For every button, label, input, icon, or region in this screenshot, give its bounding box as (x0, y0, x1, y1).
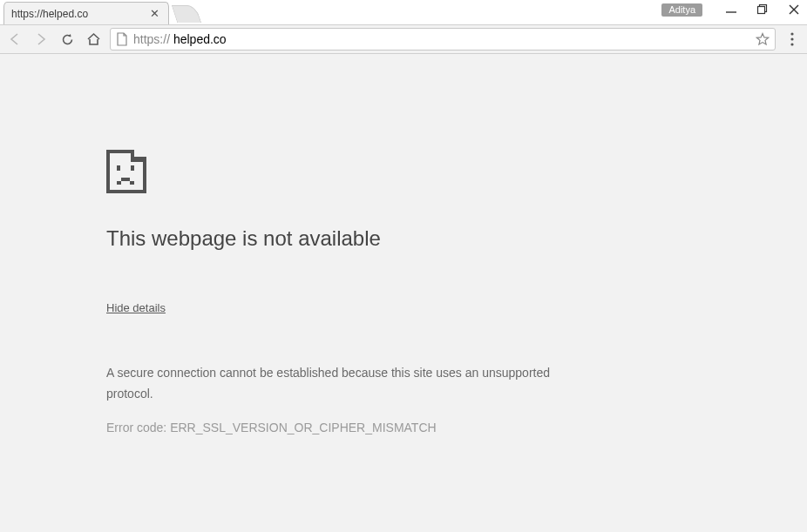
window-controls: Aditya (661, 2, 802, 17)
profile-badge[interactable]: Aditya (661, 3, 702, 17)
new-tab-button[interactable] (172, 5, 201, 23)
minimize-icon[interactable] (723, 2, 739, 17)
error-title: This webpage is not available (106, 226, 807, 251)
close-window-icon[interactable] (786, 2, 802, 17)
page-content: This webpage is not available Hide detai… (0, 54, 807, 532)
svg-rect-11 (121, 178, 130, 181)
browser-tab[interactable]: https://helped.co ✕ (3, 2, 169, 24)
forward-icon[interactable] (31, 30, 51, 49)
back-icon[interactable] (5, 30, 24, 49)
address-bar[interactable]: https:// helped.co (110, 28, 776, 51)
titlebar: https://helped.co ✕ Aditya (0, 0, 807, 24)
svg-rect-12 (130, 181, 134, 185)
reload-icon[interactable] (58, 30, 77, 49)
sad-page-icon (106, 150, 807, 197)
home-icon[interactable] (84, 30, 103, 49)
svg-rect-9 (131, 165, 134, 171)
details-toggle-link[interactable]: Hide details (106, 301, 166, 314)
svg-point-5 (790, 32, 793, 35)
error-code-line: Error code: ERR_SSL_VERSION_OR_CIPHER_MI… (106, 421, 807, 434)
bookmark-star-icon[interactable] (756, 32, 770, 46)
url-scheme: https:// (133, 32, 170, 46)
error-code-label: Error code: (106, 421, 170, 434)
tab-title: https://helped.co (11, 8, 148, 20)
svg-rect-8 (117, 165, 120, 171)
kebab-menu-icon[interactable] (783, 30, 802, 49)
error-description: A secure connection cannot be establishe… (106, 363, 594, 405)
page-icon (116, 32, 128, 46)
svg-point-7 (790, 43, 793, 45)
url-text: https:// helped.co (133, 32, 227, 46)
svg-point-6 (790, 37, 793, 40)
browser-toolbar: https:// helped.co (0, 24, 807, 54)
maximize-icon[interactable] (755, 2, 770, 17)
svg-rect-10 (117, 181, 121, 185)
close-tab-icon[interactable]: ✕ (148, 8, 161, 19)
error-code: ERR_SSL_VERSION_OR_CIPHER_MISMATCH (170, 421, 436, 434)
svg-rect-2 (758, 7, 765, 14)
url-host: helped.co (170, 32, 227, 46)
